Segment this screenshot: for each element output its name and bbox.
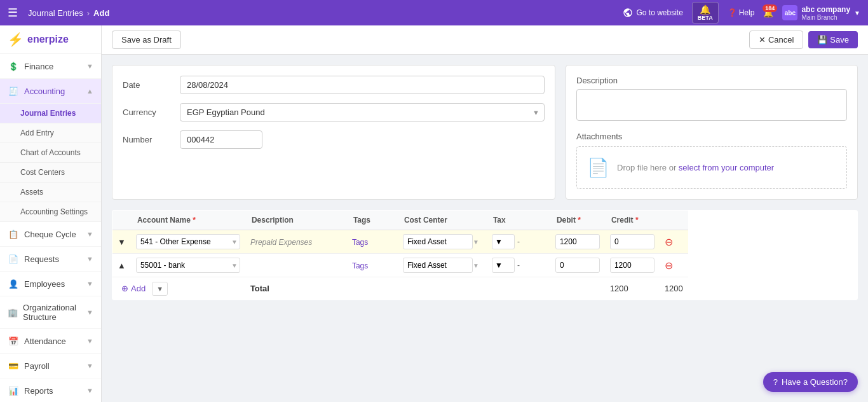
journal-entries-label: Journal Entries (20, 109, 76, 118)
row2-remove-button[interactable]: ⊖ (665, 260, 673, 272)
add-button[interactable]: ⊕ Add (118, 281, 149, 296)
row2-costcenter-select[interactable]: Fixed Asset (403, 258, 473, 273)
breadcrumb-parent[interactable]: Journal Entries (28, 8, 83, 18)
row2-debit-input[interactable] (555, 258, 600, 273)
beta-button[interactable]: 🔔 BETA (692, 2, 719, 24)
reports-icon: 📊 (8, 385, 19, 396)
description-input[interactable] (576, 89, 847, 121)
row2-tags-link[interactable]: Tags (352, 261, 368, 270)
sidebar-item-payroll[interactable]: 💳 Payroll ▼ (0, 354, 101, 378)
notification-button[interactable]: 🔔 184 (763, 8, 773, 18)
total-action-cell (688, 277, 858, 300)
payroll-chevron-icon: ▼ (86, 362, 93, 370)
table-header-row: Account Name * Description Tags Cost Cen… (112, 211, 858, 230)
row1-expand-btn[interactable]: ▼ (112, 230, 131, 254)
col-debit: Debit * (550, 211, 605, 230)
sidebar-accounting-sub: Journal Entries Add Entry Chart of Accou… (0, 104, 101, 222)
row2-costcenter-arrow-icon: ▼ (473, 262, 479, 269)
select-from-computer-link[interactable]: select from your computer (679, 163, 774, 172)
requests-chevron-icon: ▼ (86, 255, 93, 263)
dropzone[interactable]: 📄 Drop file here or select from your com… (576, 146, 847, 189)
sidebar-item-org-structure[interactable]: 🏢 Organizational Structure ▼ (0, 296, 101, 329)
help-button[interactable]: ❓ Help (728, 8, 755, 17)
row2-account-cell: 55001 - bank ▼ (131, 254, 245, 277)
row1-remove-cell: ⊖ (660, 230, 688, 254)
total-credit-cell: 1200 (660, 277, 688, 300)
col-account-name: Account Name * (131, 211, 245, 230)
sidebar-item-employees[interactable]: 👤 Employees ▼ (0, 272, 101, 296)
add-entry-label: Add Entry (20, 128, 54, 137)
number-input[interactable] (180, 130, 262, 149)
row2-expand-btn[interactable]: ▲ (112, 254, 131, 277)
go-website-label: Go to website (636, 8, 682, 17)
sidebar-item-chart-of-accounts[interactable]: Chart of Accounts (0, 143, 101, 163)
form-right: Description Attachments 📄 Drop file here… (566, 65, 858, 200)
payroll-icon: 💳 (8, 360, 19, 371)
sidebar-item-add-entry[interactable]: Add Entry (0, 123, 101, 143)
row1-tags-link[interactable]: Tags (352, 238, 368, 247)
cheque-chevron-icon: ▼ (86, 230, 93, 238)
row1-remove-button[interactable]: ⊖ (665, 236, 673, 248)
row1-debit-input[interactable] (555, 234, 600, 249)
row1-tax-dash: - (517, 237, 520, 246)
sidebar-item-finance[interactable]: 💲 Finance ▼ (0, 54, 101, 79)
sidebar-item-attendance[interactable]: 📅 Attendance ▼ (0, 329, 101, 354)
row1-costcenter-select[interactable]: Fixed Asset (403, 234, 473, 249)
add-row: ⊕ Add ▼ Total 1200 (112, 277, 858, 300)
credit-required-icon: * (635, 216, 639, 225)
currency-label: Currency (123, 107, 180, 117)
total-cell: Total (245, 277, 605, 300)
row1-costcenter-arrow-icon: ▼ (473, 239, 479, 246)
row2-tax-select[interactable]: ▼ (492, 258, 515, 273)
row1-account-select-wrap: 541 - Other Expense ▼ (136, 234, 240, 249)
date-input[interactable] (180, 76, 545, 94)
have-question-button[interactable]: ? Have a Question? (763, 372, 858, 392)
sidebar-item-cost-centers[interactable]: Cost Centers (0, 163, 101, 183)
sidebar-item-journal-entries[interactable]: Journal Entries (0, 104, 101, 123)
save-draft-button[interactable]: Save as Draft (112, 31, 181, 49)
add-dropdown-button[interactable]: ▼ (152, 282, 168, 296)
number-row: Number (123, 130, 545, 149)
sidebar-item-cheque-cycle[interactable]: 📋 Cheque Cycle ▼ (0, 222, 101, 247)
col-credit: Credit * (605, 211, 660, 230)
currency-select[interactable]: EGP Egyptian Pound USD US Dollar (180, 103, 545, 121)
row1-account-select[interactable]: 541 - Other Expense (136, 234, 240, 249)
question-icon: ? (773, 377, 778, 387)
sidebar-label-payroll: Payroll (24, 361, 50, 371)
cheque-icon: 📋 (8, 228, 19, 240)
debit-required-icon: * (578, 216, 581, 225)
cancel-button[interactable]: ✕ Cancel (749, 31, 803, 49)
row2-tags-cell: Tags (347, 254, 398, 277)
table-area: Account Name * Description Tags Cost Cen… (102, 210, 868, 310)
row1-credit-input[interactable] (610, 234, 654, 249)
go-to-website-button[interactable]: Go to website (623, 8, 682, 18)
col-expand (112, 211, 131, 230)
row1-credit-cell (605, 230, 660, 254)
save-button[interactable]: 💾 Save (808, 31, 858, 48)
row2-account-select[interactable]: 55001 - bank (136, 258, 240, 273)
row1-tax-select[interactable]: ▼ (492, 234, 515, 249)
main-content: Save as Draft ✕ Cancel 💾 Save Date (102, 25, 868, 402)
row1-debit-cell (550, 230, 605, 254)
sidebar-item-requests[interactable]: 📄 Requests ▼ (0, 247, 101, 272)
total-debit-value: 1200 (610, 284, 628, 293)
sidebar-item-accounting-settings[interactable]: Accounting Settings (0, 202, 101, 222)
org-icon: 🏢 (8, 307, 18, 318)
logo-text: enerpize (27, 34, 69, 45)
reports-chevron-icon: ▼ (86, 387, 93, 394)
row1-description-cell: Prepaid Expenses (245, 230, 347, 254)
sidebar-item-assets[interactable]: Assets (0, 183, 101, 202)
sidebar-label-cheque: Cheque Cycle (24, 230, 76, 239)
help-icon: ❓ (728, 8, 737, 17)
finance-chevron-icon: ▼ (86, 62, 93, 70)
col-tax: Tax (487, 211, 550, 230)
hamburger-icon[interactable]: ☰ (8, 6, 18, 20)
total-debit-cell: 1200 (605, 277, 660, 300)
sidebar-item-accounting[interactable]: 🧾 Accounting ▲ (0, 79, 101, 104)
drop-static-text: Drop file here or (617, 163, 679, 172)
row2-credit-cell (605, 254, 660, 277)
row2-credit-input[interactable] (610, 258, 654, 273)
sidebar-item-reports[interactable]: 📊 Reports ▼ (0, 378, 101, 402)
company-info[interactable]: abc abc company Main Branch ▼ (782, 5, 860, 21)
accounting-icon: 🧾 (8, 85, 19, 97)
